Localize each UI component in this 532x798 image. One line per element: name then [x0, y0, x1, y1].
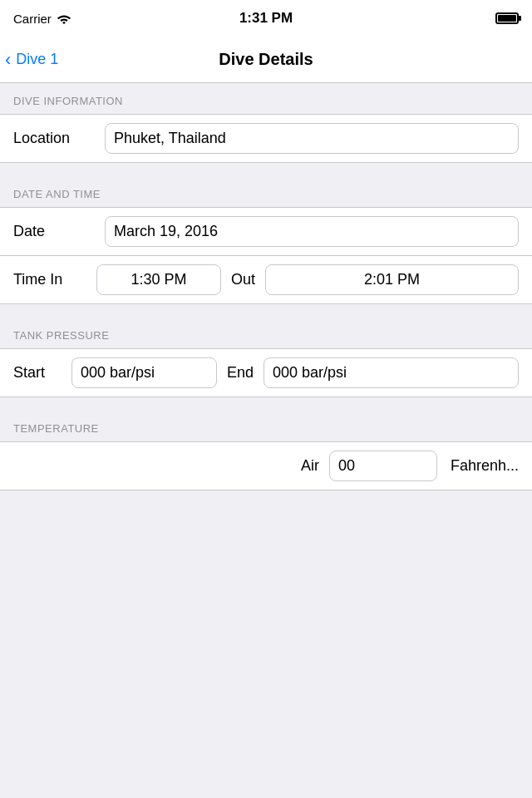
temp-air-label: Air — [286, 457, 319, 475]
nav-bar: ‹ Dive 1 Dive Details — [0, 37, 532, 83]
time-in-label: Time In — [13, 271, 96, 288]
page-title: Dive Details — [219, 50, 313, 69]
pressure-start-input[interactable] — [71, 357, 217, 388]
back-button[interactable]: ‹ Dive 1 — [0, 51, 65, 69]
pressure-end-label: End — [227, 364, 254, 382]
location-input[interactable] — [105, 123, 519, 154]
battery-fill — [498, 15, 516, 22]
date-input[interactable] — [105, 216, 519, 247]
battery-area — [495, 12, 519, 24]
svg-point-0 — [62, 22, 65, 24]
back-chevron-icon: ‹ — [5, 51, 11, 69]
dive-information-header: DIVE INFORMATION — [0, 83, 532, 114]
dive-information-section: Location — [0, 114, 532, 163]
temperature-row: Air Fahrenh... — [0, 442, 532, 490]
time-out-input[interactable] — [265, 264, 519, 295]
tank-pressure-section: Start End — [0, 348, 532, 397]
time-in-input[interactable] — [96, 264, 221, 295]
pressure-end-input[interactable] — [264, 357, 519, 388]
spacer-2 — [0, 304, 532, 318]
date-label: Date — [13, 223, 105, 240]
date-row: Date — [0, 208, 532, 256]
location-label: Location — [13, 130, 105, 147]
time-row: Time In Out — [0, 256, 532, 303]
temperature-header: TEMPERATURE — [0, 411, 532, 441]
wifi-icon — [57, 12, 71, 24]
temperature-section: Air Fahrenh... — [0, 441, 532, 490]
status-time: 1:31 PM — [239, 10, 293, 27]
temp-unit-label: Fahrenh... — [451, 457, 519, 475]
tank-pressure-header: TANK PRESSURE — [0, 318, 532, 348]
time-out-label: Out — [231, 271, 255, 288]
back-label: Dive 1 — [16, 51, 58, 68]
battery-icon — [495, 12, 519, 24]
pressure-start-label: Start — [13, 364, 71, 382]
status-bar: Carrier 1:31 PM — [0, 0, 532, 37]
spacer-3 — [0, 397, 532, 411]
spacer-1 — [0, 163, 532, 176]
date-time-section: Date Time In Out — [0, 207, 532, 304]
carrier-area: Carrier — [13, 12, 71, 26]
pressure-row: Start End — [0, 349, 532, 397]
date-time-header: DATE AND TIME — [0, 176, 532, 207]
temp-air-input[interactable] — [329, 451, 437, 481]
carrier-text: Carrier — [13, 12, 52, 26]
location-row: Location — [0, 115, 532, 162]
